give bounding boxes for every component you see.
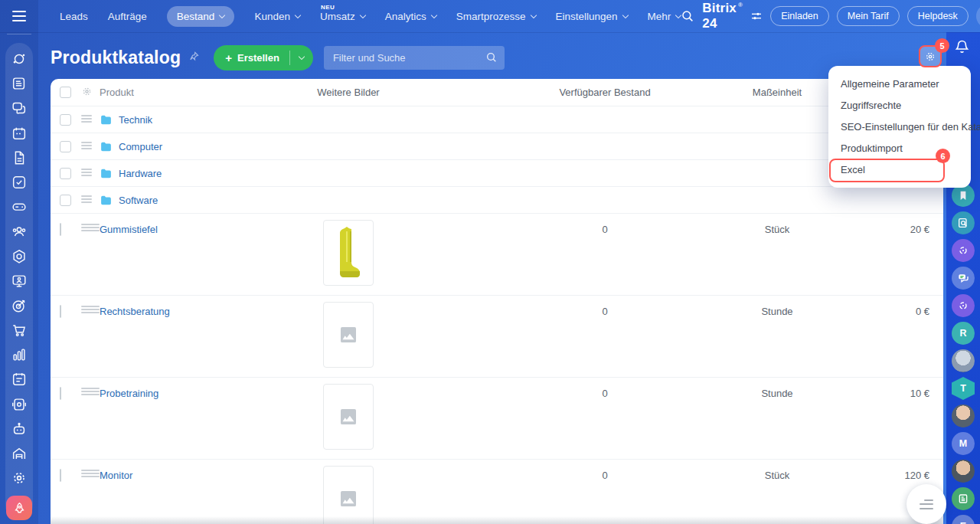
nav-item-umsatz[interactable]: NEUUmsatz	[320, 11, 365, 22]
folder-link[interactable]: Technik	[119, 114, 152, 126]
sign-icon[interactable]	[11, 396, 28, 413]
table-row-product[interactable]: Monitor 0 Stück 120 €	[51, 460, 943, 524]
drive-icon[interactable]	[11, 198, 28, 215]
docs-icon[interactable]	[11, 149, 28, 166]
crm-icon[interactable]	[11, 248, 28, 265]
search-icon[interactable]	[681, 9, 694, 23]
drag-handle[interactable]	[81, 115, 92, 124]
people-icon[interactable]	[11, 223, 28, 240]
tasks-icon[interactable]	[11, 174, 28, 191]
menu-item-allgemeine-parameter[interactable]: Allgemeine Parameter	[828, 73, 971, 94]
search-icon[interactable]	[485, 51, 498, 67]
avatar[interactable]	[952, 460, 975, 483]
product-link[interactable]: Rechtsberatung	[100, 306, 170, 317]
pin-icon[interactable]	[188, 51, 200, 65]
drag-handle[interactable]	[81, 224, 100, 231]
grid-view-settings-fab[interactable]	[906, 484, 946, 524]
warehouse-icon[interactable]	[11, 445, 28, 462]
menu-hamburger-icon[interactable]	[12, 11, 26, 25]
menu-item-seo-einstellungen[interactable]: SEO-Einstellungen für den Katalog	[828, 116, 971, 137]
create-button[interactable]: + Erstellen	[214, 51, 289, 64]
column-header-product[interactable]: Produkt	[100, 87, 199, 98]
nav-item-analytics[interactable]: Analytics	[385, 11, 436, 22]
notifications-bell-icon[interactable]	[954, 38, 970, 57]
drag-handle[interactable]	[81, 169, 92, 178]
drag-handle[interactable]	[81, 195, 92, 205]
chat-avatar-m[interactable]: M	[952, 432, 975, 455]
table-row-product[interactable]: Probetraining 0 Stunde 10 €	[51, 378, 943, 460]
table-row-folder[interactable]: Computer	[51, 133, 943, 160]
table-row-product[interactable]: Gummistiefel 0 Stück 20 €	[51, 214, 943, 296]
nav-item-smartprozesse[interactable]: Smartprozesse	[456, 11, 536, 22]
chat-avatar-r[interactable]: R	[952, 322, 975, 345]
folder-link[interactable]: Hardware	[119, 168, 162, 179]
row-checkbox[interactable]	[60, 114, 71, 126]
webinar-icon[interactable]	[11, 273, 28, 290]
drag-handle[interactable]	[81, 306, 100, 313]
rocket-icon[interactable]	[6, 496, 32, 520]
product-link[interactable]: Probetraining	[100, 388, 158, 399]
table-row-folder[interactable]: Hardware	[51, 160, 943, 187]
copilot-badge-icon[interactable]	[952, 294, 975, 317]
messenger-icon[interactable]	[11, 100, 28, 116]
sales-icon[interactable]	[11, 322, 28, 339]
nav-item-mehr[interactable]: Mehr	[648, 11, 681, 22]
row-checkbox[interactable]	[60, 469, 61, 482]
folder-link[interactable]: Software	[119, 195, 158, 206]
avatar[interactable]	[952, 349, 975, 372]
bi-chart-icon[interactable]	[11, 346, 28, 363]
nav-item-bestand[interactable]: Bestand	[167, 6, 235, 27]
calendar-icon[interactable]	[11, 125, 28, 142]
table-row-folder[interactable]: Software	[51, 187, 943, 214]
drag-handle[interactable]	[81, 142, 92, 151]
row-checkbox[interactable]	[60, 168, 71, 179]
column-header-stock[interactable]: Verfügbarer Bestand	[559, 87, 650, 98]
invite-button[interactable]: Einladen	[770, 6, 829, 26]
news-icon[interactable]	[11, 75, 28, 92]
row-checkbox[interactable]	[60, 141, 71, 152]
document-feed-icon[interactable]	[952, 487, 975, 510]
document-search-icon[interactable]	[952, 211, 975, 234]
product-image-placeholder[interactable]	[323, 384, 374, 450]
drag-handle[interactable]	[81, 470, 100, 477]
copilot-icon[interactable]	[11, 51, 28, 67]
grid-settings-gear-icon[interactable]	[81, 86, 100, 100]
nav-item-leads[interactable]: Leads	[60, 11, 88, 22]
select-all-checkbox[interactable]	[60, 87, 71, 98]
avatar[interactable]	[952, 404, 975, 427]
product-link[interactable]: Monitor	[100, 470, 132, 481]
row-checkbox[interactable]	[60, 195, 71, 206]
copilot-badge-icon[interactable]	[952, 239, 975, 262]
product-image-placeholder[interactable]	[323, 466, 374, 524]
menu-item-excel[interactable]: Excel	[828, 159, 971, 180]
column-header-unit[interactable]: Maßeinheit	[753, 87, 802, 98]
nav-item-kunden[interactable]: Kunden	[254, 11, 300, 22]
column-header-images[interactable]: Weitere Bilder	[317, 87, 379, 98]
row-checkbox[interactable]	[60, 223, 61, 236]
product-image-boot[interactable]	[323, 220, 374, 286]
chat-icon[interactable]	[952, 267, 975, 290]
settings-icon[interactable]	[11, 470, 28, 486]
row-checkbox[interactable]	[60, 305, 61, 318]
folder-link[interactable]: Computer	[119, 141, 162, 152]
product-link[interactable]: Gummistiefel	[100, 224, 158, 235]
bitrix24-logo[interactable]: Bitrix 24®	[702, 1, 743, 31]
menu-item-zugriffsrechte[interactable]: Zugriffsrechte	[828, 94, 971, 116]
planner-icon[interactable]	[11, 371, 28, 388]
nav-item-auftraege[interactable]: Aufträge	[108, 11, 147, 22]
sliders-icon[interactable]	[750, 10, 763, 22]
row-checkbox[interactable]	[60, 387, 61, 400]
chat-avatar-t[interactable]: T	[952, 377, 975, 400]
search-input[interactable]	[324, 46, 505, 70]
create-dropdown-toggle[interactable]	[290, 54, 313, 61]
chat-avatar-e[interactable]: E	[952, 515, 975, 524]
plan-button[interactable]: Mein Tarif	[837, 6, 900, 26]
marketing-icon[interactable]	[11, 297, 28, 314]
table-row-folder[interactable]: Technik	[51, 106, 943, 133]
clock-profile-widget[interactable]: 16:16	[976, 4, 980, 28]
nav-item-einstellungen[interactable]: Einstellungen	[556, 11, 628, 22]
table-row-product[interactable]: Rechtsberatung 0 Stunde 0 €	[51, 296, 943, 378]
product-image-placeholder[interactable]	[323, 302, 374, 368]
ai-bot-icon[interactable]	[11, 421, 28, 437]
helpdesk-button[interactable]: Helpdesk	[907, 6, 969, 26]
